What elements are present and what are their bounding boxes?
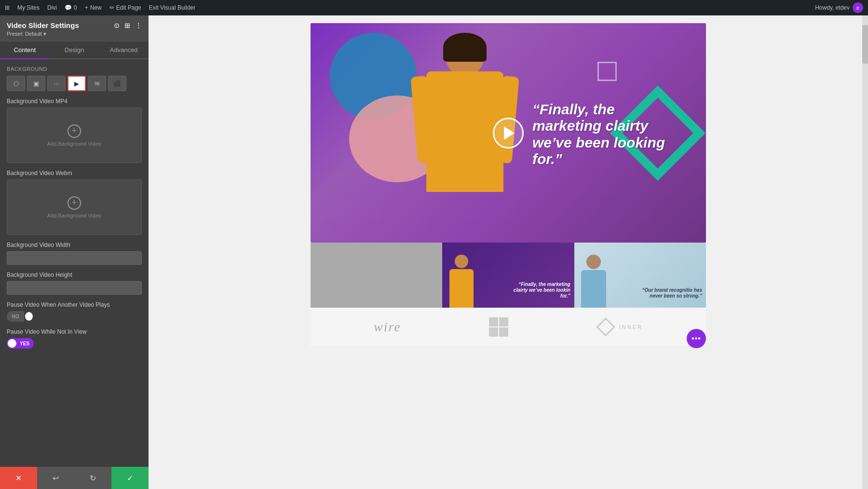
thumb-1[interactable] xyxy=(311,243,442,308)
layout-icon[interactable]: ⊞ xyxy=(124,22,130,29)
bg-type-pattern[interactable]: ⋯ xyxy=(47,76,66,91)
video-slider-main: “Finally, the marketing clairty we’ve be… xyxy=(311,23,706,243)
scrollbar-thumb xyxy=(862,25,868,64)
quote-text: “Finally, the marketing clairty we’ve be… xyxy=(532,101,667,167)
settings-panel: Video Slider Settings ⊙ ⊞ ⋮ Preset: Defa… xyxy=(0,15,149,489)
shirt xyxy=(426,71,503,192)
thumb-2[interactable]: “Finally, the marketing clairty we’ve be… xyxy=(442,243,574,308)
slider-background: “Finally, the marketing clairty we’ve be… xyxy=(311,23,706,243)
webm-label: Background Video Webm xyxy=(7,170,142,177)
comments-count: 0 xyxy=(74,4,77,11)
pause-view-toggle[interactable]: YES xyxy=(7,338,34,349)
pause-another-toggle-row: NO xyxy=(7,311,142,322)
exit-builder-label: Exit Visual Builder xyxy=(149,4,196,11)
wp-icon: ⊞ xyxy=(5,4,10,11)
admin-bar: ⊞ My Sites Divi 💬 0 + New ✏ Edit Page Ex… xyxy=(0,0,868,15)
thumb2-person xyxy=(447,255,476,308)
toggle-no-label: NO xyxy=(7,311,24,322)
panel-header: Video Slider Settings ⊙ ⊞ ⋮ Preset: Defa… xyxy=(0,15,149,41)
pause-another-label: Pause Video When Another Video Plays xyxy=(7,301,142,308)
logo-diamond-icon xyxy=(596,317,615,337)
background-type-row: ⬡ ▣ ⋯ ▶ ✉ ⬛ xyxy=(7,76,142,91)
more-icon[interactable]: ⋮ xyxy=(135,22,142,29)
avatar: e xyxy=(853,2,863,13)
mp4-label: Background Video MP4 xyxy=(7,98,142,105)
panel-title-row: Video Slider Settings ⊙ ⊞ ⋮ xyxy=(7,21,142,29)
mp4-plus-icon: + xyxy=(68,124,81,138)
panel-title-text: Video Slider Settings xyxy=(7,21,79,29)
toggle-thumb-view xyxy=(8,339,16,348)
exit-builder-link[interactable]: Exit Visual Builder xyxy=(149,4,196,11)
panel-title-icons: ⊙ ⊞ ⋮ xyxy=(114,22,142,29)
howdy-text: Howdy, etdev xyxy=(815,4,850,11)
play-button[interactable] xyxy=(493,118,524,149)
plus-icon: + xyxy=(85,4,88,11)
bg-type-hover[interactable]: ⬛ xyxy=(108,76,126,91)
right-scrollbar[interactable] xyxy=(862,15,868,489)
dots-icon: ••• xyxy=(692,334,701,343)
my-sites-link[interactable]: My Sites xyxy=(17,4,40,11)
thumb2-text: “Finally, the marketing clairty we’ve be… xyxy=(502,278,574,303)
height-input[interactable] xyxy=(7,281,142,295)
comments-link[interactable]: 💬 0 xyxy=(65,4,77,11)
edit-icon: ✏ xyxy=(109,4,114,11)
new-link[interactable]: + New xyxy=(85,4,102,11)
width-input[interactable] xyxy=(7,251,142,265)
preset-label: Preset: Default ▾ xyxy=(7,31,142,37)
play-triangle-icon xyxy=(504,126,515,140)
cancel-button[interactable]: ✕ xyxy=(0,467,37,489)
bg-type-video[interactable]: ▶ xyxy=(68,76,86,91)
settings-icon[interactable]: ⊙ xyxy=(114,22,120,29)
panel-tabs: Content Design Advanced xyxy=(0,41,149,59)
tab-advanced[interactable]: Advanced xyxy=(99,41,149,59)
pause-another-toggle[interactable]: NO xyxy=(7,311,34,322)
panel-actions: ✕ ↩ ↻ ✓ xyxy=(0,467,149,489)
height-label: Background Video Height xyxy=(7,272,142,278)
width-label: Background Video Width xyxy=(7,242,142,248)
logos-row: wire INNER xyxy=(311,308,706,346)
toggle-yes-label: YES xyxy=(17,338,34,349)
background-section-label: Background xyxy=(7,66,142,72)
toggle-thumb xyxy=(25,312,33,321)
tab-design[interactable]: Design xyxy=(50,41,99,59)
preset-text: Preset: Default xyxy=(7,31,42,37)
webm-upload-text: Add Background Video xyxy=(47,213,101,218)
edit-page-label: Edit Page xyxy=(116,4,141,11)
wp-logo[interactable]: ⊞ xyxy=(5,4,10,11)
bg-type-gradient[interactable]: ⬡ xyxy=(7,76,25,91)
tab-content[interactable]: Content xyxy=(0,41,50,59)
mp4-upload-area[interactable]: + Add Background Video xyxy=(7,108,142,163)
thumb3-person xyxy=(579,255,608,308)
webm-plus-icon: + xyxy=(68,196,81,210)
save-button[interactable]: ✓ xyxy=(111,467,149,489)
divi-link[interactable]: Divi xyxy=(47,4,57,11)
pause-view-toggle-row: YES xyxy=(7,338,142,349)
thumbnails-row: “Finally, the marketing clairty we’ve be… xyxy=(311,243,706,308)
logo-grid xyxy=(489,317,508,337)
hair xyxy=(443,33,487,62)
grid-cell-1 xyxy=(489,317,498,326)
webm-upload-area[interactable]: + Add Background Video xyxy=(7,179,142,235)
grid-cell-4 xyxy=(499,327,508,337)
bg-type-mask[interactable]: ✉ xyxy=(88,76,106,91)
logo-wire: wire xyxy=(374,319,401,335)
edit-page-link[interactable]: ✏ Edit Page xyxy=(109,4,141,11)
content-wrapper: “Finally, the marketing clairty we’ve be… xyxy=(149,15,868,344)
divi-label: Divi xyxy=(47,4,57,11)
user-info: Howdy, etdev e xyxy=(815,2,863,13)
bg-type-image[interactable]: ▣ xyxy=(27,76,45,91)
thumb3-text: “Our brand recognitio has never been so … xyxy=(634,284,706,303)
pause-view-label: Pause Video While Not In View xyxy=(7,328,142,335)
diamond-shape xyxy=(596,317,615,337)
new-label: New xyxy=(90,4,102,11)
more-options-button[interactable]: ••• xyxy=(687,329,706,348)
inner-text: INNER xyxy=(619,324,643,330)
comments-icon: 💬 xyxy=(65,4,72,11)
undo-button[interactable]: ↩ xyxy=(37,467,74,489)
redo-button[interactable]: ↻ xyxy=(74,467,111,489)
page-content: “Finally, the marketing clairty we’ve be… xyxy=(149,15,868,489)
panel-content: Background ⬡ ▣ ⋯ ▶ ✉ ⬛ Background Video … xyxy=(0,59,149,467)
thumb-3[interactable]: “Our brand recognitio has never been so … xyxy=(574,243,706,308)
grid-cell-2 xyxy=(499,317,508,326)
my-sites-label: My Sites xyxy=(17,4,40,11)
